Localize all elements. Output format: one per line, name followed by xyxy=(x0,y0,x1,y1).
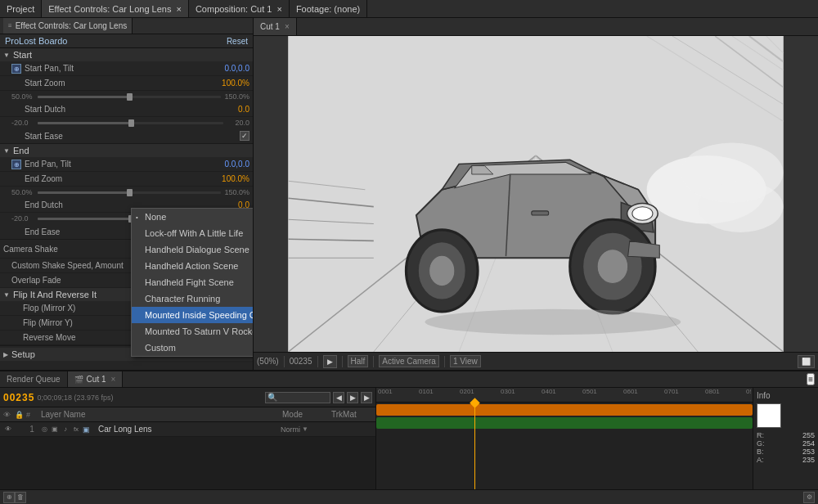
zoom-level[interactable]: (50%) xyxy=(257,357,279,366)
play-button[interactable]: ▶ xyxy=(323,355,337,368)
audio-icon[interactable]: ♪ xyxy=(61,425,70,434)
comp-tab-close[interactable]: × xyxy=(285,22,290,31)
track-bar-green[interactable] xyxy=(376,417,753,429)
new-comp-btn[interactable]: ⊕ xyxy=(3,492,15,503)
comp-tab-cut1[interactable]: Cut 1 × xyxy=(254,18,297,35)
flip-group-label: Flip It And Reverse It xyxy=(13,290,97,299)
menu-item-handheld-action[interactable]: Handheld Action Scene xyxy=(132,258,254,274)
setup-triangle-icon: ▶ xyxy=(3,351,8,358)
divider4 xyxy=(373,356,374,367)
timecode-display: 00235 xyxy=(290,357,312,366)
svg-rect-26 xyxy=(532,211,549,215)
mode-value-1: Normi xyxy=(281,425,300,434)
footage-tab[interactable]: Footage: (none) xyxy=(290,0,367,17)
start-dutch-slider-row[interactable]: -20.0 20.0 xyxy=(0,117,253,128)
prev-frame-btn[interactable]: ◀ xyxy=(333,392,344,403)
layer-row-1: 👁 1 ◎ ▣ ♪ fx ▣ Car Long Lens Normi ▼ xyxy=(0,422,375,437)
start-ease-checkbox[interactable]: ✓ xyxy=(240,131,249,141)
start-ease-row: Start Ease ✓ xyxy=(0,128,253,143)
menu-item-saturn[interactable]: Mounted To Saturn V Rocket xyxy=(132,323,254,340)
menu-item-lockoff[interactable]: Lock-off With A Little Life xyxy=(132,225,254,241)
start-group-label: Start xyxy=(13,50,32,60)
start-dutch-max: 20.0 xyxy=(227,119,249,127)
menu-item-handheld-fight[interactable]: Handheld Fight Scene xyxy=(132,274,254,290)
quality-label[interactable]: Half xyxy=(348,355,369,367)
bullet-icon: • xyxy=(136,214,138,221)
start-dutch-fill xyxy=(38,122,131,124)
start-zoom-track[interactable] xyxy=(38,96,221,98)
right-panel: Cut 1 × xyxy=(254,18,818,370)
track-bar-orange[interactable] xyxy=(376,404,753,416)
play-timeline-btn[interactable]: ▶ xyxy=(361,392,372,403)
panel-header: ≡ Effect Controls: Car Long Lens xyxy=(0,18,253,34)
menu-item-character-running-label: Character Running xyxy=(145,294,220,304)
settings-btn[interactable]: ⚙ xyxy=(803,492,815,503)
start-dutch-row: Start Dutch 0.0 xyxy=(0,102,253,117)
view-label[interactable]: 1 View xyxy=(450,355,481,367)
info-r-row: R: 255 xyxy=(757,431,815,439)
panel-title: Effect Controls: Car Long Lens xyxy=(16,21,128,30)
film-icon: 🎬 xyxy=(74,376,83,384)
start-dutch-track[interactable] xyxy=(38,122,223,124)
solo-icon[interactable]: ◎ xyxy=(39,425,49,434)
mark-0601: 0601 xyxy=(623,388,638,395)
delete-btn[interactable]: 🗑 xyxy=(15,492,26,503)
end-zoom-slider-row[interactable]: 50.0% 150.0% xyxy=(0,187,253,198)
cut1-close-icon[interactable]: × xyxy=(111,375,116,384)
start-zoom-slider-row[interactable]: 50.0% 150.0% xyxy=(0,91,253,102)
playhead xyxy=(474,403,475,489)
render-queue-tab[interactable]: Render Queue xyxy=(0,371,68,387)
panel-menu-icon: ≡ xyxy=(8,22,12,29)
comp-header: Cut 1 × xyxy=(254,18,818,36)
start-pan-value[interactable]: 0.0,0.0 xyxy=(217,64,249,73)
camera-label[interactable]: Active Camera xyxy=(379,355,439,367)
cut1-timeline-tab[interactable]: 🎬 Cut 1 × xyxy=(68,371,124,387)
end-group-header[interactable]: ▼ End xyxy=(0,144,253,157)
current-timecode[interactable]: 00235 xyxy=(3,392,34,403)
fx-icon[interactable]: fx xyxy=(71,425,81,434)
b-value: 253 xyxy=(802,448,815,456)
project-tab[interactable]: Project xyxy=(0,0,42,17)
mode-dropdown-icon[interactable]: ▼ xyxy=(302,425,308,433)
timeline-menu-btn[interactable]: ≡ xyxy=(807,373,815,385)
menu-item-mounted-car[interactable]: Mounted Inside Speeding Car ▶ xyxy=(132,307,254,323)
flip-triangle-icon: ▼ xyxy=(3,291,10,299)
start-zoom-thumb[interactable] xyxy=(127,93,133,101)
menu-item-handheld-dialogue[interactable]: Handheld Dialogue Scene xyxy=(132,241,254,258)
eye-header-icon: 👁 xyxy=(3,411,15,419)
end-zoom-value[interactable]: 100.0% xyxy=(217,174,249,183)
layer-name-1[interactable]: Car Long Lens xyxy=(98,425,279,434)
menu-item-none[interactable]: • None xyxy=(132,209,254,225)
timeline-body: 00235 0;00;09;18 (23.976 fps) ◀ ▶ ▶ 👁 🔒 … xyxy=(0,388,818,489)
end-zoom-thumb[interactable] xyxy=(127,189,133,196)
info-title: Info xyxy=(757,391,815,400)
video-icon[interactable]: ▣ xyxy=(50,425,60,434)
setup-label: Setup xyxy=(11,349,35,359)
divider3 xyxy=(342,356,343,367)
start-dutch-value[interactable]: 0.0 xyxy=(217,105,249,114)
eye-icon[interactable]: 👁 xyxy=(3,425,13,434)
composition-close[interactable]: × xyxy=(276,4,281,14)
effect-controls-close[interactable]: × xyxy=(176,4,181,14)
effect-controls-tab[interactable]: Effect Controls: Car Long Lens × xyxy=(42,0,189,17)
start-zoom-value[interactable]: 100.0% xyxy=(217,79,249,88)
expand-button[interactable]: ⬜ xyxy=(798,355,815,368)
start-dutch-thumb[interactable] xyxy=(128,119,134,127)
start-group-header[interactable]: ▼ Start xyxy=(0,48,253,61)
layer-search[interactable] xyxy=(265,392,330,403)
end-zoom-track[interactable] xyxy=(38,191,221,194)
end-pan-value[interactable]: 0.0,0.0 xyxy=(217,160,249,169)
composition-tab[interactable]: Composition: Cut 1 × xyxy=(189,0,290,17)
info-a-row: A: 235 xyxy=(757,456,815,464)
next-frame-btn[interactable]: ▶ xyxy=(347,392,358,403)
reset-button[interactable]: Reset xyxy=(227,37,248,46)
menu-item-custom[interactable]: Custom xyxy=(132,340,254,356)
g-label: G: xyxy=(757,439,765,448)
start-zoom-label: Start Zoom xyxy=(11,79,217,88)
menu-item-character-running[interactable]: Character Running xyxy=(132,290,254,307)
layer-num-1: 1 xyxy=(26,425,38,434)
layer-name-header: Layer Name xyxy=(38,410,282,419)
layer-lock-icon[interactable] xyxy=(15,425,25,434)
color-swatch[interactable] xyxy=(757,403,781,428)
effect-controls-panel-tab[interactable]: ≡ Effect Controls: Car Long Lens xyxy=(3,18,133,34)
